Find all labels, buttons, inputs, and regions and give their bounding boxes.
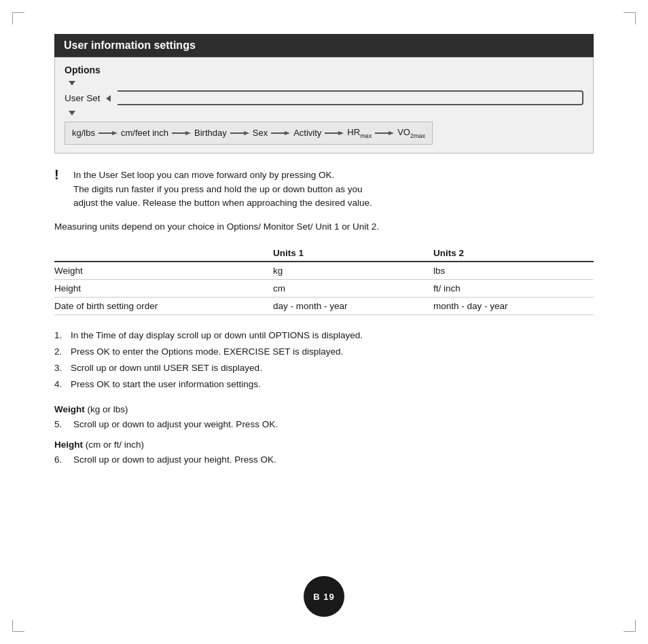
flow-line-2 [172,130,191,137]
units-table: Units 1 Units 2 Weight kg lbs Height cm … [54,245,594,315]
table-cell-height-name: Height [54,279,273,297]
arrow-left-userset [105,92,112,103]
step-text-2: Press OK to enter the Options mode. EXER… [71,345,343,359]
arrow-down-options [69,81,75,86]
height-step: 6. Scroll up or down to adjust your heig… [54,453,594,467]
corner-mark-bl [12,620,24,632]
table-cell-dob-u2: month - day - year [433,297,594,315]
bracket-line [118,90,583,105]
flow-birthday: Birthday [194,128,227,138]
table-cell-dob-name: Date of birth setting order [54,297,273,315]
section-title: User information settings [64,39,196,51]
table-cell-weight-name: Weight [54,262,273,280]
flow-line-6 [375,130,394,137]
flow-arrow-1-svg [98,130,118,137]
step-num-4: 4. [54,378,71,391]
page-content: User information settings Options User S… [54,34,594,467]
note-line-3: adjust the value. Release the button whe… [73,198,372,208]
table-body: Weight kg lbs Height cm ft/ inch Date of… [54,262,594,315]
table-cell-height-u2: ft/ inch [433,279,594,297]
measuring-line: Measuring units depend on your choice in… [54,220,594,234]
measuring-text: Measuring units depend on your choice in… [54,221,379,232]
height-title: Height (cm or ft/ inch) [54,438,594,452]
corner-mark-tl [12,12,24,24]
flow-line-3 [230,130,249,137]
corner-mark-tr [624,12,636,24]
col-header-2: Units 2 [433,245,594,262]
arr-left-icon [106,95,111,102]
list-item: 4. Press OK to start the user informatio… [54,378,594,391]
svg-marker-11 [389,131,394,135]
svg-marker-1 [112,131,118,135]
weight-title-bold: Weight [54,404,85,414]
note-text: In the User Set loop you can move forwar… [73,168,372,211]
col-header-1: Units 1 [273,245,433,262]
list-item: 3. Scroll up or down until USER SET is d… [54,361,594,375]
step-text-1: In the Time of day display scroll up or … [71,329,363,342]
weight-section: Weight (kg or lbs) 5. Scroll up or down … [54,403,594,432]
height-section: Height (cm or ft/ inch) 6. Scroll up or … [54,438,594,467]
height-step-num: 6. [54,453,73,467]
user-set-label: User Set [65,93,101,103]
weight-title: Weight (kg or lbs) [54,403,594,416]
table-row: Weight kg lbs [54,262,594,280]
flow-cmfeet: cm/feet inch [121,128,168,138]
section-header: User information settings [54,34,594,57]
table-cell-weight-u2: lbs [433,262,594,280]
steps-list: 1. In the Time of day display scroll up … [54,329,594,392]
flow-activity: Activity [293,128,321,138]
table-cell-weight-u1: kg [273,262,433,280]
flow-hrmax: HRmax [347,127,372,139]
note-section: ! In the User Set loop you can move forw… [54,168,594,211]
flow-arrow-6-svg [375,130,394,137]
svg-marker-9 [338,131,344,135]
flow-line-1 [98,130,118,137]
weight-title-rest: (kg or lbs) [85,404,128,414]
table-header-row: Units 1 Units 2 [54,245,594,262]
table-row: Height cm ft/ inch [54,279,594,297]
note-line-2: The digits run faster if you press and h… [73,184,363,194]
step-num-2: 2. [54,345,71,359]
flow-arrow-5-svg [325,130,344,137]
page-badge-text: B 19 [313,592,334,602]
svg-marker-3 [185,131,191,135]
options-label: Options [65,65,101,75]
flow-kglbs: kg/lbs [72,128,95,138]
step-text-4: Press OK to start the user information s… [71,378,261,391]
flow-arrow-3-svg [230,130,249,137]
flow-line-4 [271,130,290,137]
page-badge: B 19 [304,576,344,617]
height-title-bold: Height [54,440,83,450]
note-icon: ! [54,167,67,183]
svg-marker-7 [285,131,290,135]
step-num-3: 3. [54,361,71,375]
table-cell-height-u1: cm [273,279,433,297]
flow-arrow-2-svg [172,130,191,137]
step-text-3: Scroll up or down until USER SET is disp… [71,361,262,375]
svg-marker-5 [244,131,249,135]
step-num-1: 1. [54,329,71,342]
flow-box: kg/lbs cm/feet inch Birthday [65,122,433,145]
list-item: 1. In the Time of day display scroll up … [54,329,594,342]
user-set-row: User Set [65,90,583,105]
weight-step-text: Scroll up or down to adjust your weight.… [73,418,278,431]
flow-sex: Sex [253,128,268,138]
col-header-0 [54,245,273,262]
diagram-section: Options User Set kg/lbs [54,57,594,154]
note-line-1: In the User Set loop you can move forwar… [73,170,334,180]
flow-line-5 [325,130,344,137]
height-title-rest: (cm or ft/ inch) [83,440,144,450]
corner-mark-br [624,620,636,632]
list-item: 2. Press OK to enter the Options mode. E… [54,345,594,359]
weight-step-num: 5. [54,418,73,431]
flow-vo2max: VO2max [397,127,425,139]
arrow-down-flow [69,111,75,115]
flow-arrow-4-svg [271,130,290,137]
table-cell-dob-u1: day - month - year [273,297,433,315]
table-head: Units 1 Units 2 [54,245,594,262]
table-row: Date of birth setting order day - month … [54,297,594,315]
height-step-text: Scroll up or down to adjust your height.… [73,453,276,467]
weight-step: 5. Scroll up or down to adjust your weig… [54,418,594,431]
